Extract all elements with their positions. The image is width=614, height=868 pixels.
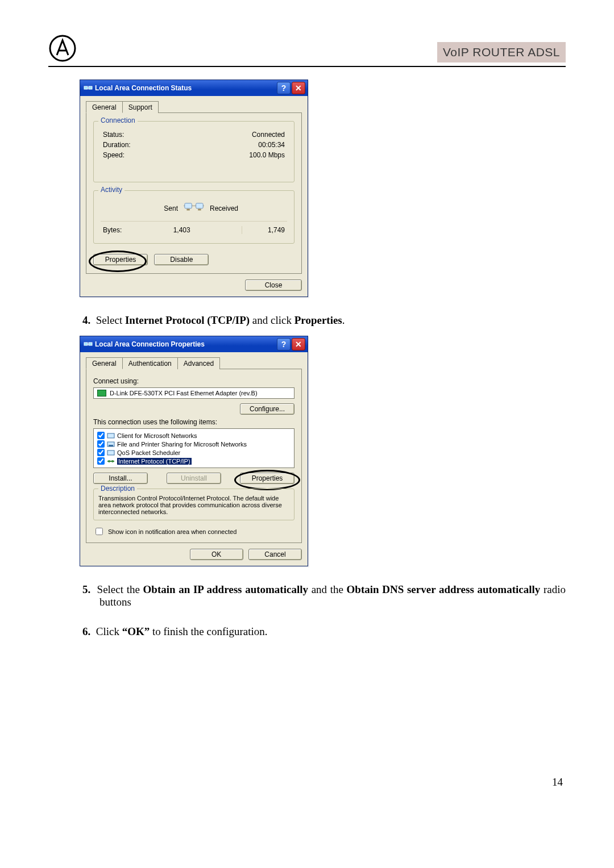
- svg-rect-5: [196, 203, 204, 208]
- fileshare-icon: [107, 441, 115, 448]
- activity-legend: Activity: [98, 186, 125, 194]
- received-label: Received: [206, 205, 288, 212]
- step-6: 6. Click “OK” to finish the configuratio…: [82, 625, 566, 638]
- svg-rect-17: [107, 450, 114, 455]
- help-button[interactable]: ?: [277, 338, 291, 350]
- install-button[interactable]: Install...: [93, 473, 148, 484]
- tab-authentication[interactable]: Authentication: [122, 357, 178, 369]
- speed-label: Speed:: [103, 151, 125, 159]
- svg-rect-12: [89, 343, 92, 345]
- page-number: 14: [552, 776, 563, 788]
- brand-logo: [48, 34, 77, 62]
- duration-value: 00:05:34: [258, 141, 285, 149]
- adapter-field: D-Link DFE-530TX PCI Fast Ethernet Adapt…: [93, 387, 294, 399]
- item-checkbox[interactable]: [97, 440, 105, 448]
- header-product-name: VoIP ROUTER ADSL: [437, 42, 566, 62]
- description-box: Description Transmission Control Protoco…: [93, 489, 294, 520]
- svg-point-19: [108, 460, 110, 462]
- disable-button[interactable]: Disable: [154, 254, 209, 265]
- item-checkbox[interactable]: [97, 449, 105, 456]
- tab-support[interactable]: Support: [122, 101, 159, 113]
- show-icon-label: Show icon in notification area when conn…: [108, 528, 237, 535]
- qos-icon: [107, 449, 115, 456]
- connection-icon: [84, 84, 93, 93]
- connect-using-label: Connect using:: [93, 377, 294, 385]
- close-icon[interactable]: ✕: [292, 338, 305, 350]
- step-4: 4. Select Internet Protocol (TCP/IP) and…: [82, 314, 566, 327]
- svg-rect-1: [84, 86, 88, 89]
- sent-label: Sent: [99, 205, 181, 212]
- tcpip-icon: [107, 458, 115, 465]
- svg-rect-2: [89, 86, 92, 89]
- list-item: Client for Microsoft Networks: [96, 431, 292, 440]
- properties-dialog-title: Local Area Connection Properties: [95, 340, 276, 348]
- ok-button[interactable]: OK: [190, 549, 243, 560]
- bytes-label: Bytes:: [103, 226, 122, 234]
- properties-button[interactable]: Properties: [93, 254, 148, 265]
- speed-value: 100.0 Mbps: [249, 151, 285, 159]
- uninstall-button: Uninstall: [167, 473, 221, 484]
- properties-dialog: Local Area Connection Properties ? ✕ Gen…: [80, 336, 308, 566]
- items-label: This connection uses the following items…: [93, 418, 294, 426]
- status-value: Connected: [252, 131, 285, 139]
- header-divider: [48, 66, 566, 67]
- help-button[interactable]: ?: [277, 82, 291, 94]
- status-dialog-title: Local Area Connection Status: [95, 84, 276, 92]
- properties-titlebar[interactable]: Local Area Connection Properties ? ✕: [80, 336, 308, 352]
- connection-icon: [84, 340, 93, 349]
- show-icon-checkbox[interactable]: [96, 528, 103, 535]
- status-label: Status:: [103, 131, 124, 139]
- duration-label: Duration:: [103, 141, 131, 149]
- svg-point-20: [111, 460, 114, 462]
- item-properties-button[interactable]: Properties: [240, 473, 294, 484]
- tab-advanced[interactable]: Advanced: [177, 357, 220, 369]
- received-bytes: 1,749: [242, 226, 285, 234]
- cancel-button[interactable]: Cancel: [248, 549, 302, 560]
- step-5: 5. Select the Obtain an IP address autom…: [82, 583, 566, 608]
- list-item-tcpip: Internet Protocol (TCP/IP): [96, 457, 292, 465]
- status-titlebar[interactable]: Local Area Connection Status ? ✕: [80, 80, 308, 96]
- connection-legend: Connection: [98, 116, 138, 124]
- sent-bytes: 1,403: [122, 226, 242, 234]
- svg-rect-11: [84, 343, 88, 345]
- adapter-icon: [97, 390, 106, 397]
- description-text: Transmission Control Protocol/Internet P…: [98, 495, 282, 515]
- svg-rect-7: [198, 209, 201, 211]
- item-checkbox[interactable]: [97, 457, 105, 465]
- list-item: QoS Packet Scheduler: [96, 448, 292, 457]
- svg-rect-4: [185, 203, 192, 208]
- description-legend: Description: [98, 485, 137, 493]
- adapter-name: D-Link DFE-530TX PCI Fast Ethernet Adapt…: [110, 390, 258, 397]
- configure-button[interactable]: Configure...: [240, 403, 294, 415]
- item-checkbox[interactable]: [97, 432, 105, 439]
- client-icon: [107, 432, 115, 439]
- tab-general[interactable]: General: [86, 101, 123, 113]
- show-icon-row[interactable]: Show icon in notification area when conn…: [93, 526, 294, 537]
- close-icon[interactable]: ✕: [292, 82, 305, 94]
- svg-rect-16: [109, 445, 113, 446]
- items-list[interactable]: Client for Microsoft Networks File and P…: [93, 428, 294, 468]
- tab-general-2[interactable]: General: [86, 357, 123, 369]
- svg-rect-14: [107, 433, 114, 438]
- status-dialog: Local Area Connection Status ? ✕ General…: [80, 80, 308, 297]
- activity-icon: [184, 200, 204, 216]
- list-item: File and Printer Sharing for Microsoft N…: [96, 440, 292, 448]
- close-button[interactable]: Close: [245, 279, 302, 291]
- svg-rect-6: [186, 209, 189, 211]
